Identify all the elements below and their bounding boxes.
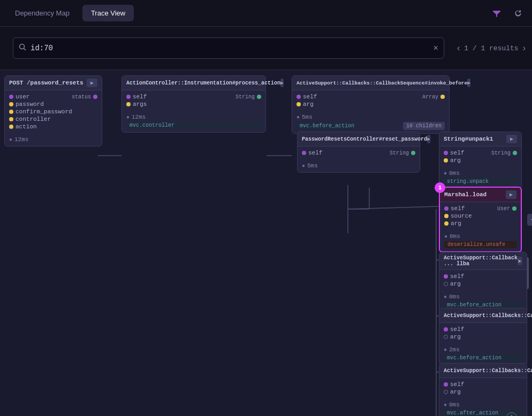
node-body: self String: [298, 147, 420, 160]
search-input[interactable]: [31, 44, 434, 52]
node-expand-arrow[interactable]: ▶: [427, 135, 430, 143]
header-actions: [489, 6, 526, 21]
node-marshal-load[interactable]: 1 Marshal.load ▶ self User source arg: [439, 187, 522, 252]
node-header: String#unpack1 ▶: [439, 132, 521, 147]
field-arg: arg: [444, 389, 522, 395]
node-password-resets-controller[interactable]: PasswordResetsController#reset_password …: [297, 132, 420, 173]
node-active-support-7[interactable]: ActiveSupport::Callback ... llba ▶ self …: [439, 252, 527, 312]
node-title: PasswordResetsController#reset_password: [302, 136, 427, 142]
svg-point-0: [20, 44, 25, 49]
node-timing: ● 5ms: [302, 163, 415, 169]
node-expand-arrow[interactable]: ▶: [280, 79, 284, 87]
field-args: args: [126, 101, 261, 107]
dot-confirm: [9, 110, 13, 114]
field-arg: arg: [297, 101, 445, 107]
node-expand-arrow[interactable]: ▶: [87, 79, 97, 87]
prev-result-button[interactable]: ‹: [457, 43, 460, 53]
tab-dependency-map[interactable]: Dependency Map: [6, 5, 78, 21]
node-header: ActiveSupport::Callback ... llba ▶: [439, 252, 527, 270]
node-body: self arg: [439, 323, 527, 344]
dot-array: [440, 95, 445, 99]
node-expand-arrow[interactable]: ▶: [518, 257, 522, 265]
node-body: self arg: [439, 270, 527, 291]
field-self: self String: [302, 150, 415, 156]
node-action-controller[interactable]: ActionController::Instrumentation#proces…: [121, 75, 266, 133]
highlight-badge: 1: [435, 182, 445, 193]
next-result-button[interactable]: ›: [523, 43, 526, 53]
node-timing: ● 0ms: [444, 233, 516, 240]
field-password: password: [9, 101, 97, 107]
node-footer: ● 0ms string.unpack: [439, 168, 521, 188]
node-title: String#unpack1: [444, 136, 493, 142]
node-timing: ● 2ms: [444, 346, 522, 353]
dot-user-type: [512, 206, 516, 211]
dot-args: [126, 102, 131, 106]
header: Dependency Map Trace View: [0, 0, 532, 27]
node-header: ActiveSupport::Callbacks::CallbackSequen…: [292, 76, 449, 90]
field-controller: controller: [9, 116, 97, 122]
field-self: self Array: [297, 94, 445, 100]
node-footer: ● 5ms: [298, 160, 420, 172]
node-badge-before-action: mvc.before_action: [297, 122, 358, 129]
node-active-support-invoke-before[interactable]: ActiveSupport::Callbacks::CallbackSequen…: [292, 75, 450, 134]
dot-arg: [444, 335, 448, 339]
node-footer: ● 12ms: [5, 134, 102, 146]
node-active-support-8[interactable]: ActiveSupport::Callbacks::Callba ▶ self …: [439, 308, 527, 365]
field-self: self: [444, 326, 522, 333]
node-header: ActiveSupport::Callbacks::Callba ▶: [439, 364, 527, 378]
dot-string: [513, 151, 517, 155]
node-title: ActiveSupport::Callbacks::Callba: [444, 368, 532, 374]
node-expand-arrow[interactable]: ▶: [506, 135, 517, 143]
field-arg: arg: [444, 157, 517, 164]
dot-self: [444, 206, 449, 211]
filter-icon[interactable]: [489, 6, 504, 21]
clear-search-button[interactable]: ×: [434, 43, 438, 53]
node-post-password-resets[interactable]: POST /password_resets ▶ user status pass…: [4, 75, 102, 147]
dot-arg: [297, 102, 301, 106]
search-icon: [19, 43, 26, 53]
node-title: ActiveSupport::Callbacks::Callba: [444, 313, 532, 319]
field-user: user status: [9, 94, 97, 100]
search-container: ×: [13, 37, 444, 59]
node-body: self User source arg: [440, 202, 521, 231]
dot-self: [444, 274, 448, 279]
dot-password: [9, 102, 13, 106]
node-timing: ● 5ms: [297, 114, 445, 120]
node-body: self String args: [122, 90, 265, 112]
refresh-icon[interactable]: [511, 6, 526, 21]
dot-self: [297, 95, 301, 99]
dot-arg: [444, 390, 448, 394]
node-string-unpack1[interactable]: String#unpack1 ▶ self String arg ● 0ms s…: [439, 132, 522, 189]
node-badge-before-action-2: mvc.before_action: [444, 355, 522, 361]
node-header: POST /password_resets ▶: [5, 76, 102, 90]
node-footer: ● 12ms mvc.controller: [122, 112, 265, 132]
plus-button[interactable]: +: [527, 214, 532, 226]
dot-self: [444, 382, 448, 387]
node-badge-deserialize: deserialize.unsafe: [444, 241, 516, 248]
dot-source: [444, 214, 449, 218]
node-title: POST /password_resets: [9, 80, 83, 86]
clock-icon: ●: [444, 347, 447, 353]
node-active-support-9[interactable]: ActiveSupport::Callbacks::Callba ▶ self …: [439, 363, 527, 416]
dot-action: [9, 125, 13, 129]
field-arg: arg: [444, 220, 516, 227]
dot-self: [126, 95, 131, 99]
results-navigation: ‹ 1 / 1 results ›: [457, 43, 526, 53]
field-self: self User: [444, 205, 516, 212]
node-expand-arrow[interactable]: ▶: [467, 79, 470, 87]
results-text: 1 / 1 results: [464, 44, 518, 52]
dot-user: [9, 95, 13, 99]
node-expand-arrow[interactable]: ▶: [506, 190, 516, 199]
tab-trace-view[interactable]: Trace View: [82, 5, 134, 21]
dot-arg: [444, 282, 448, 286]
node-body: self String arg: [439, 147, 521, 168]
field-self: self: [444, 273, 522, 280]
dot-self: [302, 151, 306, 155]
clock-icon: ●: [297, 114, 300, 120]
node-timing: ● 0ms: [444, 170, 517, 176]
node-title: Marshal.load: [444, 191, 487, 198]
node-body: self arg: [439, 378, 527, 399]
node-title: ActionController::Instrumentation#proces…: [126, 80, 280, 86]
node-badge-string-unpack: string.unpack: [444, 178, 517, 185]
dot-arg: [444, 158, 448, 163]
